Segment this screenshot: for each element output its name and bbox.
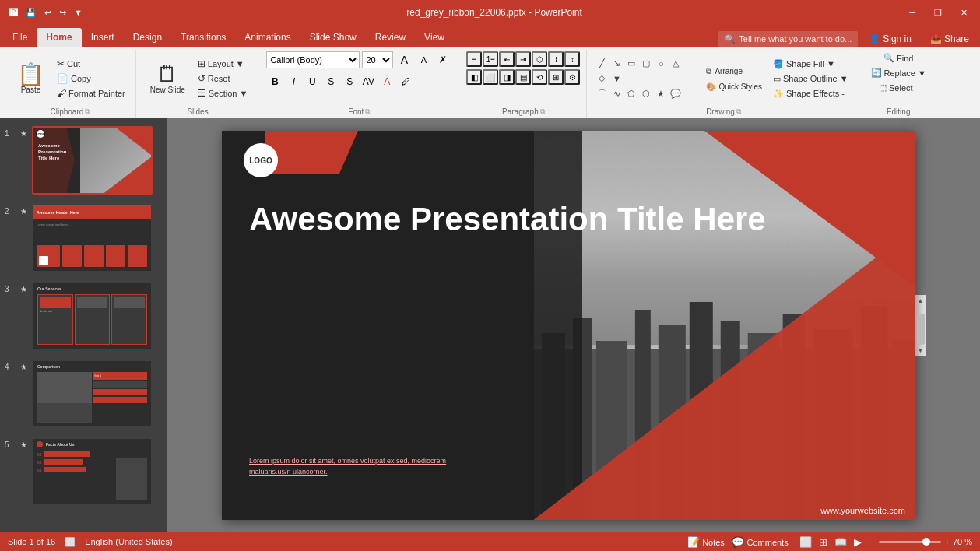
zoom-out-button[interactable]: ─ <box>870 537 876 546</box>
quick-styles-button[interactable]: 🎨 Quick Styles <box>701 80 767 93</box>
line-spacing-button[interactable]: ↕ <box>564 51 580 67</box>
shape-fill-dropdown[interactable]: ▼ <box>827 59 835 68</box>
star-shape[interactable]: ★ <box>654 87 668 101</box>
bullet-list-button[interactable]: ≡ <box>466 51 482 67</box>
font-size-select[interactable]: 20 <box>362 51 393 68</box>
decrease-font-button[interactable]: A <box>415 51 432 68</box>
convert-smartart-button[interactable]: ⚙ <box>564 69 580 85</box>
slide-thumb-1[interactable]: 1 ★ AwesomePresentationTitle Here LOGO <box>3 125 164 196</box>
font-color-button[interactable]: A <box>378 73 395 90</box>
tab-animations[interactable]: Animations <box>235 28 300 47</box>
slide-panel[interactable]: 1 ★ AwesomePresentationTitle Here LOGO 2… <box>0 118 167 532</box>
tab-slideshow[interactable]: Slide Show <box>300 28 366 47</box>
line-shape[interactable]: ╱ <box>595 57 609 71</box>
redo-button[interactable]: ↪ <box>56 6 69 19</box>
clipboard-expand-icon[interactable]: ⧉ <box>85 107 90 116</box>
slide-thumb-5[interactable]: 5 ★ Facts About Us 01 02 <box>3 436 164 507</box>
close-button[interactable]: ✕ <box>954 6 974 19</box>
add-smartart-button[interactable]: ⬡ <box>532 51 547 67</box>
scroll-down-button[interactable]: ▼ <box>915 345 926 356</box>
share-button[interactable]: 📤 Share <box>922 31 977 47</box>
reading-view-button[interactable]: 📖 <box>832 535 849 549</box>
pentagon-shape[interactable]: ⬠ <box>624 87 638 101</box>
align-right-button[interactable]: ◨ <box>499 69 515 85</box>
customize-button[interactable]: ▼ <box>71 6 86 19</box>
slideshow-button[interactable]: ▶ <box>852 535 864 549</box>
tab-home[interactable]: Home <box>37 28 81 47</box>
slide-thumb-4[interactable]: 4 ★ Comparison Item 1 <box>3 358 164 430</box>
cut-button[interactable]: ✂ Cut <box>53 57 129 71</box>
comments-button[interactable]: 💬 Comments <box>729 535 791 549</box>
copy-button[interactable]: 📄 Copy <box>53 72 129 86</box>
decrease-indent-button[interactable]: ⇤ <box>499 51 515 67</box>
shape-outline-button[interactable]: ▭ Shape Outline ▼ <box>769 72 852 86</box>
diamond-shape[interactable]: ◇ <box>595 72 609 86</box>
shape-outline-dropdown[interactable]: ▼ <box>840 74 848 83</box>
slide-thumb-3[interactable]: 3 ★ Our Services Service text <box>3 280 164 352</box>
numbered-list-button[interactable]: 1≡ <box>483 51 498 67</box>
shapes-more[interactable]: ▼ <box>609 72 623 86</box>
notes-button[interactable]: 📝 Notes <box>685 535 727 549</box>
arrow-shape[interactable]: ↘ <box>609 57 623 71</box>
shadow-button[interactable]: S <box>341 73 358 90</box>
rounded-rect-shape[interactable]: ▢ <box>639 57 653 71</box>
text-highlight-button[interactable]: 🖊 <box>397 73 414 90</box>
align-text-button[interactable]: ⊞ <box>548 69 564 85</box>
scroll-thumb[interactable] <box>917 314 925 345</box>
italic-button[interactable]: I <box>285 73 302 90</box>
slide-canvas[interactable]: LOGO Awesome Presentation Title Here Lor… <box>222 131 915 520</box>
new-slide-button[interactable]: 🗒 New Slide <box>144 61 191 97</box>
justify-button[interactable]: ▤ <box>515 69 531 85</box>
normal-view-button[interactable]: ⬜ <box>797 535 814 549</box>
rect-shape[interactable]: ▭ <box>624 57 638 71</box>
drawing-expand-icon[interactable]: ⧉ <box>736 107 741 116</box>
tab-insert[interactable]: Insert <box>82 28 124 47</box>
tab-view[interactable]: View <box>415 28 454 47</box>
select-button[interactable]: ⬚ Select - <box>875 81 922 94</box>
shape-effects-button[interactable]: ✨ Shape Effects - <box>769 87 852 100</box>
tab-transitions[interactable]: Transitions <box>171 28 235 47</box>
reset-button[interactable]: ↺ Reset <box>194 72 252 86</box>
tell-me-input[interactable]: Tell me what you want to do... <box>739 34 852 44</box>
align-left-button[interactable]: ◧ <box>466 69 482 85</box>
replace-button[interactable]: 🔄 Replace ▼ <box>867 66 930 79</box>
find-button[interactable]: 🔍 Find <box>880 51 917 65</box>
char-spacing-button[interactable]: AV <box>360 73 377 90</box>
slide-3-thumbnail[interactable]: Our Services Service text <box>32 282 153 350</box>
shape-fill-button[interactable]: 🪣 Shape Fill ▼ <box>769 58 852 71</box>
curve-shape[interactable]: ⌒ <box>595 87 609 101</box>
text-direction-button[interactable]: ⟲ <box>532 69 547 85</box>
underline-button[interactable]: U <box>304 73 321 90</box>
align-center-button[interactable]: ⬜ <box>483 69 498 85</box>
arrange-button[interactable]: ⧉ Arrange <box>701 65 767 79</box>
vertical-scrollbar[interactable]: ▲ ▼ <box>915 295 926 356</box>
font-expand-icon[interactable]: ⧉ <box>365 107 370 116</box>
strikethrough-button[interactable]: S <box>322 73 339 90</box>
signin-button[interactable]: 👤 Sign in <box>861 31 919 47</box>
section-button[interactable]: ☰ Section ▼ <box>194 86 252 100</box>
slide-1-thumbnail[interactable]: AwesomePresentationTitle Here LOGO <box>32 126 153 195</box>
format-painter-button[interactable]: 🖌 Format Painter <box>53 86 129 100</box>
clear-format-button[interactable]: ✗ <box>434 51 451 68</box>
tab-design[interactable]: Design <box>124 28 171 47</box>
tab-review[interactable]: Review <box>366 28 415 47</box>
slide-sorter-button[interactable]: ⊞ <box>817 535 830 549</box>
tab-file[interactable]: File <box>3 28 37 47</box>
slide-4-thumbnail[interactable]: Comparison Item 1 <box>32 360 153 428</box>
zoom-in-button[interactable]: + <box>944 537 949 546</box>
restore-button[interactable]: ❐ <box>928 6 948 19</box>
hexagon-shape[interactable]: ⬡ <box>639 87 653 101</box>
zoom-slider[interactable] <box>879 541 941 543</box>
callout-shape[interactable]: 💬 <box>669 87 683 101</box>
layout-button[interactable]: ⊞ Layout ▼ <box>194 57 252 71</box>
increase-indent-button[interactable]: ⇥ <box>515 51 531 67</box>
triangle-shape[interactable]: △ <box>669 57 683 71</box>
scroll-up-button[interactable]: ▲ <box>915 295 926 306</box>
slide-thumb-2[interactable]: 2 ★ Awesome Header Here Lorem ipsum text… <box>3 202 164 274</box>
increase-font-button[interactable]: A <box>395 51 413 68</box>
paste-button[interactable]: 📋 Paste <box>11 61 51 97</box>
undo-button[interactable]: ↩ <box>41 6 54 19</box>
bold-button[interactable]: B <box>266 73 283 90</box>
circle-shape[interactable]: ○ <box>654 57 668 71</box>
font-family-select[interactable]: Calibri (Body) <box>266 51 360 68</box>
